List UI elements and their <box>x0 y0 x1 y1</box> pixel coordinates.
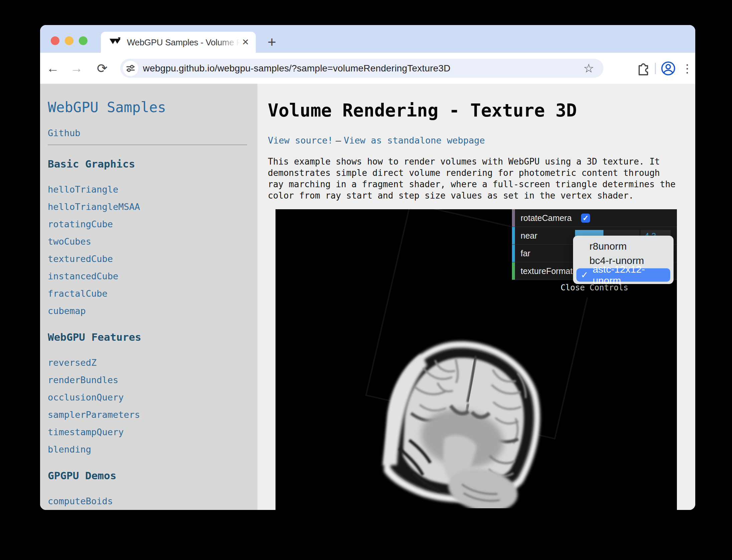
menu-dots-icon[interactable]: ⋮ <box>679 62 695 75</box>
forward-icon[interactable]: → <box>66 53 86 84</box>
sidebar-item-twoCubes[interactable]: twoCubes <box>48 236 257 247</box>
new-tab-button[interactable]: + <box>263 34 281 51</box>
dropdown-option-r8unorm[interactable]: r8unorm <box>573 239 674 253</box>
sidebar-item-texturedCube[interactable]: texturedCube <box>48 254 257 264</box>
number-stripe <box>512 227 515 244</box>
sidebar-item-rotatingCube[interactable]: rotatingCube <box>48 219 257 230</box>
gui-row-rotateCamera: rotateCamera ✓ <box>512 209 677 227</box>
browser-toolbar: ← → ⟳ webgpu.github.io/webgpu-samples/?s… <box>40 53 695 84</box>
section-heading-gpgpu-demos: GPGPU Demos <box>48 470 257 482</box>
tab-strip: WebGPU Samples - Volume R ✕ + <box>40 25 695 53</box>
bookmark-star-icon[interactable]: ☆ <box>583 61 594 75</box>
address-bar[interactable]: webgpu.github.io/webgpu-samples/?sample=… <box>120 59 603 78</box>
sidebar-title: WebGPU Samples <box>48 99 257 116</box>
sidebar-item-cubemap[interactable]: cubemap <box>48 306 257 316</box>
toolbar-separator <box>655 63 656 74</box>
zoom-window-button[interactable] <box>79 36 87 45</box>
standalone-webpage-link[interactable]: View as standalone webpage <box>344 135 485 146</box>
rotateCamera-checkbox[interactable]: ✓ <box>581 214 590 223</box>
url-text: webgpu.github.io/webgpu-samples/?sample=… <box>143 63 450 74</box>
links-separator: — <box>336 135 341 146</box>
samples-sidebar: WebGPU Samples Github Basic Graphics hel… <box>40 84 257 510</box>
back-icon[interactable]: ← <box>43 53 63 84</box>
close-window-button[interactable] <box>51 36 59 45</box>
string-stripe <box>512 262 515 280</box>
sidebar-item-instancedCube[interactable]: instancedCube <box>48 271 257 282</box>
webgpu-favicon-icon <box>110 37 122 48</box>
sidebar-item-fractalCube[interactable]: fractalCube <box>48 288 257 299</box>
gui-label-textureFormat: textureFormat <box>521 266 573 276</box>
gui-label-far: far <box>521 249 530 258</box>
sidebar-item-reversedZ[interactable]: reversedZ <box>48 357 257 368</box>
gui-label-near: near <box>521 231 537 241</box>
sidebar-item-helloTriangle[interactable]: helloTriangle <box>48 184 257 195</box>
sidebar-item-occlusionQuery[interactable]: occlusionQuery <box>48 392 257 403</box>
sidebar-item-renderBundles[interactable]: renderBundles <box>48 375 257 385</box>
reload-icon[interactable]: ⟳ <box>92 53 112 84</box>
traffic-lights <box>51 36 87 45</box>
sample-canvas[interactable]: rotateCamera ✓ near 4.3 far <box>276 209 677 510</box>
boolean-stripe <box>512 209 515 227</box>
selected-check-icon: ✓ <box>581 270 588 280</box>
sidebar-item-helloTriangleMSAA[interactable]: helloTriangleMSAA <box>48 202 257 212</box>
section-heading-basic-graphics: Basic Graphics <box>48 158 257 170</box>
browser-tab[interactable]: WebGPU Samples - Volume R ✕ <box>101 32 256 53</box>
textureFormat-dropdown-menu: r8unorm bc4-r-unorm ✓ astc-12x12-unorm <box>573 236 674 284</box>
sidebar-item-samplerParameters[interactable]: samplerParameters <box>48 409 257 420</box>
section-heading-webgpu-features: WebGPU Features <box>48 331 257 343</box>
number-stripe <box>512 245 515 262</box>
sidebar-item-blending[interactable]: blending <box>48 444 257 455</box>
sidebar-item-timestampQuery[interactable]: timestampQuery <box>48 427 257 438</box>
minimize-window-button[interactable] <box>65 36 73 45</box>
sidebar-divider <box>48 145 247 145</box>
page-title: Volume Rendering - Texture 3D <box>268 100 695 121</box>
gui-label-rotateCamera: rotateCamera <box>521 213 572 223</box>
main-content: Volume Rendering - Texture 3D View sourc… <box>257 84 695 510</box>
tab-title-fade <box>216 37 240 48</box>
sample-description: This example shows how to render volumes… <box>268 156 692 201</box>
view-source-link[interactable]: View source! <box>268 135 333 146</box>
browser-window: WebGPU Samples - Volume R ✕ + ← → ⟳ webg… <box>40 25 695 510</box>
tab-close-icon[interactable]: ✕ <box>242 37 249 47</box>
dropdown-option-astc-12x12-unorm[interactable]: ✓ astc-12x12-unorm <box>576 268 670 282</box>
sidebar-item-computeBoids[interactable]: computeBoids <box>48 496 257 507</box>
profile-avatar-icon[interactable] <box>661 61 676 76</box>
extensions-icon[interactable] <box>636 61 650 75</box>
sample-links-row: View source!—View as standalone webpage <box>268 135 695 146</box>
site-settings-icon[interactable] <box>123 61 138 76</box>
github-link[interactable]: Github <box>48 128 80 138</box>
